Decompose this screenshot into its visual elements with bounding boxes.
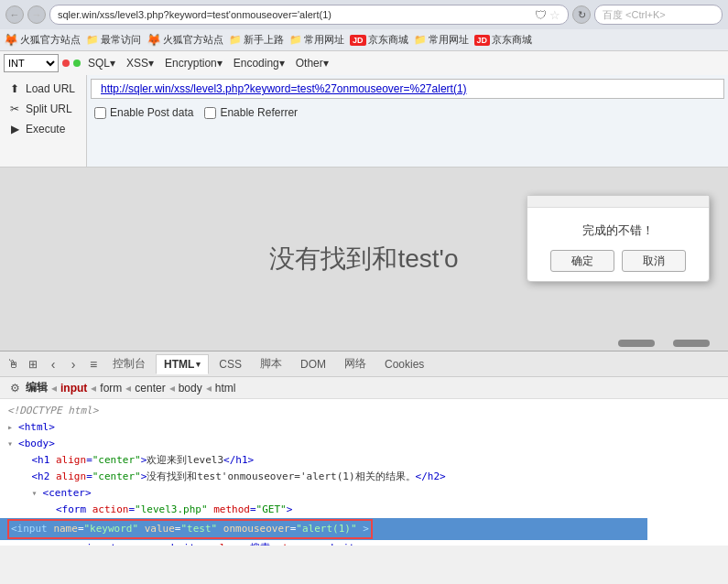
bookmark-jd2[interactable]: JD 京东商城 xyxy=(474,33,533,47)
tab-dom[interactable]: DOM xyxy=(292,354,334,374)
scrollbar-hint-1 xyxy=(618,340,655,347)
enable-post-checkbox[interactable]: Enable Post data xyxy=(94,106,193,119)
encryption-menu[interactable]: Encryption▾ xyxy=(161,55,226,71)
tab-network[interactable]: 网络 xyxy=(336,354,375,374)
bc-center-label[interactable]: center xyxy=(135,382,165,395)
forward-button[interactable]: → xyxy=(27,5,46,24)
bc-edit-label[interactable]: 编辑 xyxy=(26,380,48,395)
content-main-text: 没有找到和test'o xyxy=(269,242,458,276)
bookmark-common1[interactable]: 📁 常用网址 xyxy=(289,33,344,47)
other-menu[interactable]: Other▾ xyxy=(292,55,332,71)
devtools-layout-icon[interactable]: ⊞ xyxy=(24,355,42,373)
tab-console[interactable]: 控制台 xyxy=(104,354,154,374)
bookmark-icon-huohu2: 🦊 xyxy=(147,33,161,47)
reload-button[interactable]: ↻ xyxy=(572,5,591,24)
bookmarks-bar: 🦊 火狐官方站点 📁 最常访问 🦊 火狐官方站点 📁 新手上路 📁 常用网址 J… xyxy=(0,29,728,51)
devtools-prev-icon[interactable]: ‹ xyxy=(44,355,62,373)
enable-post-label: Enable Post data xyxy=(110,106,193,119)
tab-html-arrow: ▾ xyxy=(196,360,201,369)
bookmark-label-common1: 常用网址 xyxy=(304,33,344,47)
expand-center[interactable]: ▾ xyxy=(32,488,43,498)
execute-button[interactable]: ▶ Execute xyxy=(0,119,86,139)
split-url-icon: ✂ xyxy=(7,102,22,116)
bookmark-label-huohu2: 火狐官方站点 xyxy=(163,33,223,47)
load-url-icon: ⬆ xyxy=(7,81,22,96)
scrollbar-hint-2 xyxy=(673,340,710,347)
bc-sep-3: ◂ xyxy=(125,382,131,395)
execute-icon: ▶ xyxy=(7,122,22,136)
bookmark-icon-huohu1: 🦊 xyxy=(4,33,18,47)
tab-css[interactable]: CSS xyxy=(211,354,250,374)
search-input[interactable]: 百度 <Ctrl+K> xyxy=(594,5,723,25)
hackbar-body: ⬆ Load URL ✂ Split URL ▶ Execute http://… xyxy=(0,75,728,167)
tab-script[interactable]: 脚本 xyxy=(252,354,290,374)
bc-sep-1: ◂ xyxy=(51,382,57,395)
code-line-html: ▸ <html> xyxy=(7,419,721,436)
devtools-tabs: 🖱 ⊞ ‹ › ≡ 控制台 HTML ▾ CSS 脚本 DOM 网络 Cooki… xyxy=(0,351,728,377)
code-line-h2: <h2 align="center">没有找到和test'onmouseover… xyxy=(7,469,721,485)
devtools-expand-icon[interactable]: ≡ xyxy=(84,355,103,373)
bookmark-common2[interactable]: 📁 常用网址 xyxy=(414,33,469,47)
post-checkbox-input[interactable] xyxy=(94,107,106,119)
bookmark-icon-common1: 📁 xyxy=(289,34,302,46)
address-bar[interactable]: sqler.win/xss/level3.php?keyword=test'on… xyxy=(49,5,569,25)
doctype-text: <!DOCTYPE html> xyxy=(7,405,98,416)
bc-input-label[interactable]: input xyxy=(60,382,87,395)
alert-ok-button[interactable]: 确定 xyxy=(550,250,614,272)
alert-buttons: 确定 取消 xyxy=(537,250,700,272)
content-area: 没有找到和test'o 完成的不错！ 确定 取消 xyxy=(0,168,728,351)
bookmark-star-icon: ☆ xyxy=(549,8,560,22)
bc-html-label[interactable]: html xyxy=(215,382,236,395)
back-button[interactable]: ← xyxy=(5,5,24,24)
alert-title-bar xyxy=(527,196,709,208)
sql-menu[interactable]: SQL▾ xyxy=(84,55,119,71)
url-display-area[interactable]: http://sqler.win/xss/level3.php?keyword=… xyxy=(91,79,724,99)
code-line-h1: <h1 align="center">欢迎来到level3</h1> xyxy=(7,452,721,469)
alert-dialog: 完成的不错！ 确定 取消 xyxy=(527,195,710,282)
split-url-label: Split URL xyxy=(26,103,72,115)
bc-sep-4: ◂ xyxy=(169,382,175,395)
expand-html[interactable]: ▸ xyxy=(7,422,18,432)
execute-label: Execute xyxy=(26,123,65,135)
address-icons: 🛡 ☆ xyxy=(535,8,560,22)
url-value[interactable]: http://sqler.win/xss/level3.php?keyword=… xyxy=(97,81,471,97)
code-line-input-keyword[interactable]: <input name="keyword" value="test" onmou… xyxy=(7,518,721,540)
dot-red-icon xyxy=(62,59,70,67)
shield-icon: 🛡 xyxy=(535,8,547,22)
code-line-input-submit: <input name= submit value= 搜索 type= subm… xyxy=(7,540,721,546)
alert-cancel-button[interactable]: 取消 xyxy=(622,250,686,272)
devtools-next-icon[interactable]: › xyxy=(64,355,82,373)
devtools-code-view: <!DOCTYPE html> ▸ <html> ▾ <body> <h1 al… xyxy=(0,399,728,546)
devtools-inspect-icon[interactable]: 🖱 xyxy=(4,355,22,373)
expand-body[interactable]: ▾ xyxy=(7,438,18,449)
bookmark-newbie[interactable]: 📁 新手上路 xyxy=(229,33,284,47)
bc-form-label[interactable]: form xyxy=(100,382,122,395)
bc-sep-2: ◂ xyxy=(91,382,96,395)
load-url-button[interactable]: ⬆ Load URL xyxy=(0,79,86,99)
referrer-checkbox-input[interactable] xyxy=(204,107,216,119)
search-placeholder: 百度 <Ctrl+K> xyxy=(603,8,666,22)
tab-cookies[interactable]: Cookies xyxy=(376,354,432,374)
bookmark-label-jd2: 京东商城 xyxy=(492,33,532,47)
code-line-form: <form action="level3.php" method="GET"> xyxy=(7,502,721,518)
tab-html-label: HTML xyxy=(164,358,194,371)
bookmark-frequent[interactable]: 📁 最常访问 xyxy=(86,33,141,47)
hackbar-main: http://sqler.win/xss/level3.php?keyword=… xyxy=(87,75,728,167)
bookmark-huohu2[interactable]: 🦊 火狐官方站点 xyxy=(147,33,223,47)
address-text: sqler.win/xss/level3.php?keyword=test'on… xyxy=(58,9,531,20)
xss-menu[interactable]: XSS▾ xyxy=(123,55,158,71)
int-select[interactable]: INT TEXT BLOB xyxy=(4,54,59,72)
split-url-button[interactable]: ✂ Split URL xyxy=(0,99,86,119)
enable-referrer-checkbox[interactable]: Enable Referrer xyxy=(204,106,298,119)
tab-html[interactable]: HTML ▾ xyxy=(156,354,209,374)
enable-referrer-label: Enable Referrer xyxy=(220,106,298,119)
bc-body-label[interactable]: body xyxy=(179,382,202,395)
bookmark-huohu1[interactable]: 🦊 火狐官方站点 xyxy=(4,33,81,47)
devtools-panel: 🖱 ⊞ ‹ › ≡ 控制台 HTML ▾ CSS 脚本 DOM 网络 Cooki… xyxy=(0,351,728,546)
bc-sep-5: ◂ xyxy=(206,382,212,395)
bc-settings-icon[interactable]: ⚙ xyxy=(7,381,22,395)
bookmark-icon-jd1: JD xyxy=(350,35,366,46)
encoding-menu[interactable]: Encoding▾ xyxy=(230,55,288,71)
hackbar-menubar: INT TEXT BLOB SQL▾ XSS▾ Encryption▾ Enco… xyxy=(0,51,728,75)
bookmark-jd1[interactable]: JD 京东商城 xyxy=(350,33,408,47)
